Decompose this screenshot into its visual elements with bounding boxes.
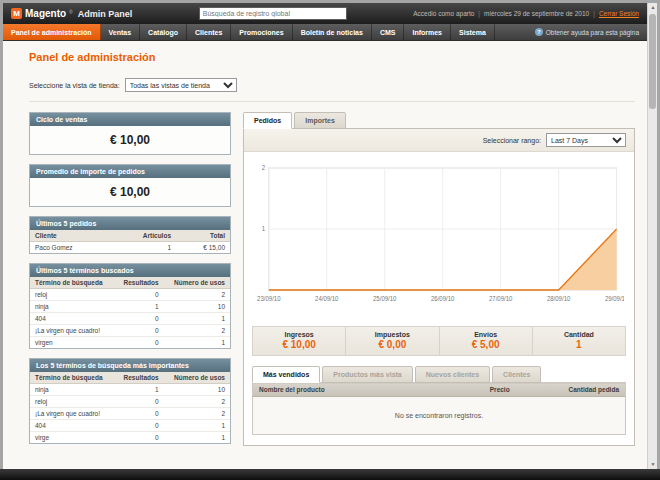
scroll-down-arrow[interactable]: ▼ [648,460,658,469]
top-search-row[interactable]: reloj02 [30,396,230,408]
orders-cell: 1 [111,242,176,254]
nav-item-promociones[interactable]: Promociones [231,24,292,40]
last-search-table: Término de búsquedaResultadosNúmero de u… [30,277,230,348]
stat-label: Ingresos [255,331,343,338]
scrollbar-thumb[interactable] [649,14,656,109]
last-search-row[interactable]: ¡La virgen que cuadro!02 [30,325,230,337]
help-label: Obtener ayuda para esta página [546,29,639,36]
dashboard-main-column: PedidosImportes Seleccionar rango: Last … [243,112,635,446]
last-search-row[interactable]: ninja110 [30,301,230,313]
last-search-column-header: Número de usos [164,277,230,289]
orders-chart: 23/09/1024/09/1025/09/1026/09/1027/09/10… [254,160,624,318]
scroll-up-arrow[interactable]: ▲ [648,3,658,12]
nav-item-panel-de-administraci-n[interactable]: Panel de administración [3,24,101,40]
top-search-cell: ¡La virgen que cuadro! [30,408,115,420]
last-search-cell: 10 [164,301,230,313]
top-search-cell: 404 [30,420,115,432]
top-search-cell: 2 [164,396,230,408]
nav-item-cat-logo[interactable]: Catálogo [140,24,187,40]
last-orders-table: ClienteArtículosTotalPaco Gomez1€ 15,00 [30,230,230,253]
svg-text:29/09/10: 29/09/10 [605,295,624,302]
top-search-cell: 0 [115,432,164,444]
tab-productos-m-s-vista[interactable]: Productos más vista [322,366,412,383]
svg-text:25/09/10: 25/09/10 [373,295,397,302]
store-view-label: Seleccione la vista de tienda: [29,82,120,89]
logo-text: Magento [25,8,66,19]
store-view-select[interactable]: Todas las vistas de tienda [125,78,237,92]
nav-item-ventas[interactable]: Ventas [101,24,141,40]
average-orders-value: € 10,00 [30,178,230,206]
products-column-header: Precio [484,383,551,397]
magento-logo[interactable]: M Magento ® Admin Panel [11,8,132,19]
help-icon: ? [535,28,543,36]
top-search-column-header: Resultados [115,372,164,384]
top-search-table: Término de búsquedaResultadosNúmero de u… [30,372,230,443]
top-search-cell: 1 [164,420,230,432]
tab-m-s-vendidos[interactable]: Más vendidos [252,366,320,383]
last-search-cell: reloj [30,289,115,301]
nav-item-clientes[interactable]: Clientes [187,24,231,40]
range-select[interactable]: Last 7 Days [546,133,626,147]
top-search-row[interactable]: ¡La virgen que cuadro!02 [30,408,230,420]
nav-item-cms[interactable]: CMS [372,24,405,40]
store-switcher: Seleccione la vista de tienda: Todas las… [29,73,635,102]
last-search-row[interactable]: 40401 [30,313,230,325]
registered-mark: ® [69,9,73,15]
svg-text:28/09/10: 28/09/10 [547,295,571,302]
top-search-row[interactable]: ninja110 [30,384,230,396]
top-search-cell: 1 [115,384,164,396]
orders-column-header: Cliente [30,230,111,242]
range-bar: Seleccionar rango: Last 7 Days [244,129,634,152]
products-grid-wrap: Nombre del productoPrecioCantidad pedida… [252,382,626,435]
box-title: Promedio de importe de pedidos [30,165,230,178]
tab-nuevos-clientes[interactable]: Nuevos clientes [415,366,490,383]
box-title: Últimos 5 términos buscados [30,264,230,277]
products-column-header: Nombre del producto [253,383,484,397]
last-search-column-header: Término de búsqueda [30,277,115,289]
global-search [140,7,405,20]
orders-cell: € 15,00 [176,242,230,254]
global-search-input[interactable] [199,7,347,20]
top-search-cell: 0 [115,420,164,432]
last-search-row[interactable]: reloj02 [30,289,230,301]
scrollbar[interactable]: ▲ ▼ [647,3,657,469]
nav-item-informes[interactable]: Informes [404,24,451,40]
logout-link[interactable]: Cerrar Sesión [599,10,639,17]
separator: | [593,10,595,17]
stat-impuestos: Impuestos€ 0,00 [345,327,438,355]
last-search-terms-box: Últimos 5 términos buscados Término de b… [29,263,231,349]
svg-text:23/09/10: 23/09/10 [257,295,281,302]
header-user-area: Accedió como aparto | miércoles 29 de se… [413,10,639,17]
tab-clientes[interactable]: Clientes [492,366,541,383]
chart-area: 23/09/1024/09/1025/09/1026/09/1027/09/10… [244,152,634,318]
nav-items: Panel de administraciónVentasCatálogoCli… [3,24,495,40]
top-search-cell: virge [30,432,115,444]
top-search-column-header: Término de búsqueda [30,372,115,384]
top-search-row[interactable]: virge01 [30,432,230,444]
dashboard: Ciclo de ventas € 10,00 Promedio de impo… [29,112,635,453]
top-search-row[interactable]: 40401 [30,420,230,432]
tab-pedidos[interactable]: Pedidos [243,112,292,129]
current-date: miércoles 29 de septiembre de 2010 [484,10,589,17]
page-help-link[interactable]: ? Obtener ayuda para esta página [535,24,639,40]
tab-importes[interactable]: Importes [294,112,346,129]
separator: | [478,10,480,17]
nav-item-sistema[interactable]: Sistema [451,24,495,40]
orders-cell: Paco Gomez [30,242,111,254]
stat-label: Impuestos [348,331,436,338]
nav-item-bolet-n-de-noticias[interactable]: Boletín de noticias [293,24,372,40]
lifetime-sales-value: € 10,00 [30,126,230,154]
last-search-cell: 0 [115,325,164,337]
orders-row[interactable]: Paco Gomez1€ 15,00 [30,242,230,254]
last-search-cell: 404 [30,313,115,325]
content-area: Panel de administración Seleccione la vi… [3,41,647,461]
stat-value: € 0,00 [348,339,436,350]
totals-bar: Ingresos€ 10,00Impuestos€ 0,00Envíos€ 5,… [252,326,626,356]
last-search-cell: 0 [115,313,164,325]
top-search-cell: 2 [164,408,230,420]
orders-column-header: Artículos [111,230,176,242]
top-search-column-header: Número de usos [164,372,230,384]
products-column-header: Cantidad pedida [551,383,626,397]
stat-label: Cantidad [535,331,623,338]
last-search-row[interactable]: virgen01 [30,337,230,349]
